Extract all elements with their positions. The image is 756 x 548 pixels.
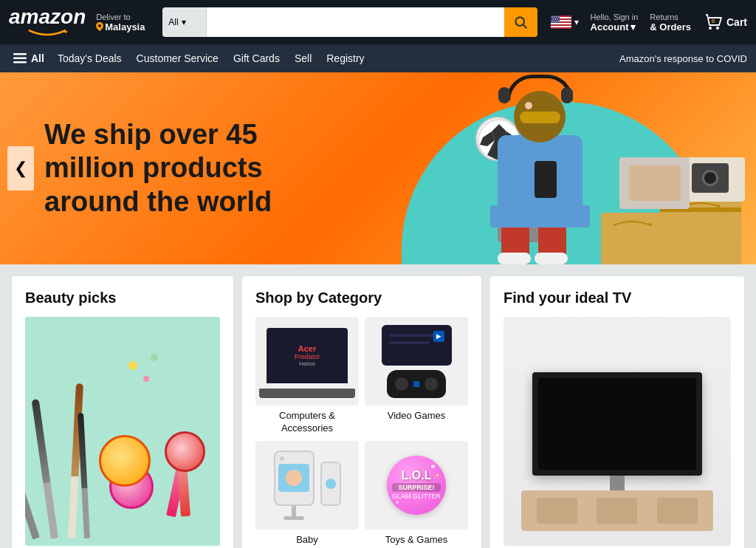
nav-sell[interactable]: Sell	[289, 47, 317, 70]
nav-covid-notice: Amazon's response to COVID	[619, 53, 747, 64]
svg-rect-6	[551, 23, 571, 24]
lol-ball-illustration: L.O.L SURPRISE! GLAM GLITTER	[368, 448, 464, 522]
location-icon	[96, 22, 103, 31]
chevron-account-icon: ▾	[630, 21, 636, 32]
svg-point-11	[556, 16, 557, 18]
tv-cabinet	[521, 490, 713, 531]
lol-ball: L.O.L SURPRISE! GLAM GLITTER	[387, 456, 446, 515]
laptop-brand-logo: Acer Predator Helios	[295, 344, 320, 367]
search-button[interactable]	[504, 7, 537, 37]
nav-registry[interactable]: Registry	[320, 47, 370, 70]
svg-point-18	[556, 21, 557, 22]
nav-customer-service[interactable]: Customer Service	[131, 47, 224, 70]
baby-image	[255, 441, 359, 530]
svg-point-19	[558, 21, 560, 22]
navbar: All Today's Deals Customer Service Gift …	[0, 44, 756, 72]
amazon-logo[interactable]: amazon	[9, 7, 86, 38]
tv-cabinet-door-1	[537, 498, 577, 524]
logo-text: amazon	[9, 7, 86, 27]
banner-prev-button[interactable]: ❮	[7, 146, 34, 191]
nav-gift-cards[interactable]: Gift Cards	[227, 47, 286, 70]
baby-label: Baby	[296, 534, 318, 547]
makeup-items-display	[25, 317, 220, 546]
svg-text:0: 0	[712, 18, 715, 24]
chevron-down-icon: ▾	[182, 17, 186, 27]
beauty-image[interactable]	[25, 317, 220, 546]
shop-by-category-card: Shop by Category Acer Predator Helios	[242, 276, 481, 548]
video-games-image: ▶	[365, 317, 468, 405]
toys-games-label: Toys & Games	[385, 534, 448, 547]
category-baby[interactable]: Baby	[255, 441, 359, 547]
laptop-screen: Acer Predator Helios	[267, 328, 348, 383]
svg-point-10	[554, 16, 555, 18]
account-button[interactable]: Hello, Sign in Account ▾	[591, 13, 639, 32]
banner-heading: We ship over 45 million products around …	[44, 118, 354, 219]
svg-point-20	[709, 27, 712, 30]
laptop-illustration: Acer Predator Helios	[259, 324, 355, 398]
category-video-games[interactable]: ▶ Video Games	[365, 317, 468, 435]
banner-text: We ship over 45 million products around …	[0, 89, 399, 249]
nav-all-button[interactable]: All	[9, 47, 49, 70]
chevron-flag-icon: ▾	[574, 17, 579, 27]
svg-point-1	[515, 17, 524, 26]
svg-point-9	[551, 16, 553, 18]
svg-point-15	[557, 18, 558, 20]
find-tv-card: Find your ideal TV	[490, 276, 744, 548]
svg-rect-24	[13, 58, 27, 60]
ps4-illustration: ▶	[368, 324, 464, 398]
cart-button[interactable]: 0 Cart	[703, 12, 747, 32]
svg-rect-23	[13, 53, 27, 55]
tv-image[interactable]	[504, 317, 731, 546]
video-games-label: Video Games	[388, 410, 446, 422]
search-category-select[interactable]: All ▾	[162, 7, 207, 37]
beauty-picks-title: Beauty picks	[25, 290, 220, 306]
returns-button[interactable]: Returns & Orders	[650, 13, 691, 32]
svg-point-17	[554, 21, 555, 22]
deliver-location: Malaysia	[96, 21, 145, 32]
svg-point-16	[551, 21, 553, 22]
header-right: ▾ Hello, Sign in Account ▾ Returns & Ord…	[551, 12, 747, 32]
computers-label: Computers & Accessories	[255, 410, 359, 435]
logo-smile-icon	[25, 27, 69, 38]
svg-line-2	[523, 25, 527, 29]
deliver-label: Deliver to	[96, 13, 130, 21]
toys-games-image: L.O.L SURPRISE! GLAM GLITTER	[365, 441, 468, 530]
svg-marker-26	[717, 204, 721, 208]
tv-cabinet-door-3	[657, 498, 698, 524]
category-computers[interactable]: Acer Predator Helios Computers & Accesso…	[255, 317, 359, 435]
hero-banner: ❮ We ship over 45 million products aroun…	[0, 72, 756, 264]
cart-icon: 0	[703, 12, 724, 32]
search-bar: All ▾	[162, 7, 537, 37]
baby-monitor-illustration	[259, 448, 355, 522]
beauty-picks-card: Beauty picks	[12, 276, 233, 548]
flag-button[interactable]: ▾	[551, 16, 579, 29]
tv-screen	[532, 372, 702, 476]
tv-stand-scene	[521, 372, 713, 531]
category-title: Shop by Category	[255, 290, 468, 306]
nav-todays-deals[interactable]: Today's Deals	[52, 47, 128, 70]
search-input[interactable]	[207, 7, 504, 37]
svg-point-14	[554, 18, 556, 20]
category-grid: Acer Predator Helios Computers & Accesso…	[255, 317, 468, 547]
us-flag-icon	[551, 16, 571, 29]
content-area: Beauty picks	[0, 264, 756, 548]
tv-neck	[610, 476, 625, 490]
svg-rect-7	[551, 26, 571, 27]
tv-scene	[504, 317, 731, 546]
hamburger-icon	[13, 53, 27, 64]
chevron-left-icon: ❮	[14, 159, 27, 178]
computers-image: Acer Predator Helios	[255, 317, 359, 405]
search-icon	[513, 15, 528, 30]
category-toys-games[interactable]: L.O.L SURPRISE! GLAM GLITTER Toys & Game…	[365, 441, 468, 547]
svg-point-12	[558, 16, 560, 18]
header: amazon Deliver to Malaysia All ▾	[0, 0, 756, 44]
deliver-to[interactable]: Deliver to Malaysia	[96, 13, 155, 32]
svg-rect-25	[13, 61, 27, 64]
tv-title: Find your ideal TV	[504, 290, 731, 306]
svg-point-13	[552, 18, 554, 20]
svg-point-21	[716, 27, 719, 30]
svg-marker-27	[648, 222, 653, 227]
tv-cabinet-door-2	[597, 498, 637, 524]
laptop-base	[259, 389, 355, 398]
